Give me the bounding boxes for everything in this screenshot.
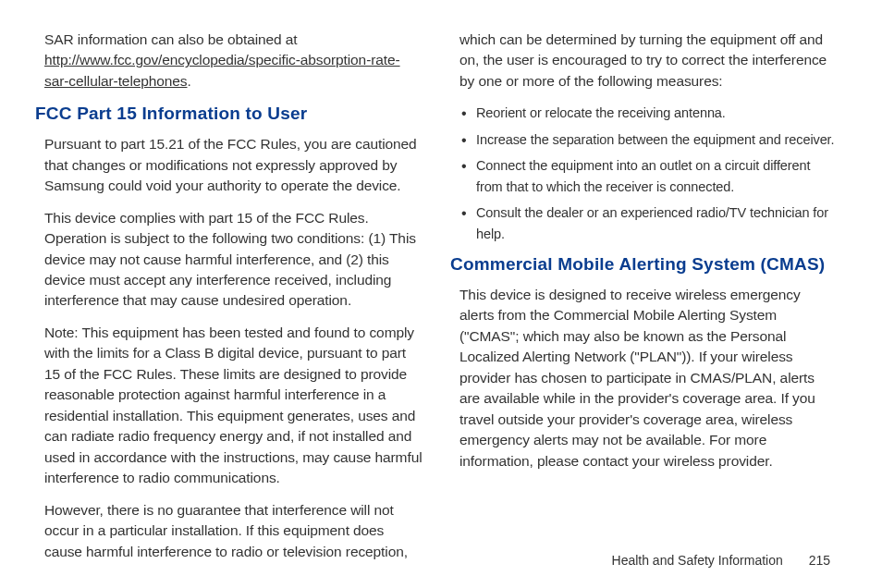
cmas-heading: Commercial Mobile Alerting System (CMAS)	[450, 253, 838, 276]
fcc-part15-heading: FCC Part 15 Information to User	[35, 103, 423, 125]
page-number: 215	[809, 553, 830, 568]
sar-intro-text: SAR information can also be obtained at	[44, 31, 298, 47]
list-item: Connect the equipment into an outlet on …	[459, 155, 838, 197]
fcc-para-3: Note: This equipment has been tested and…	[44, 323, 423, 489]
sar-intro-paragraph: SAR information can also be obtained at …	[44, 30, 423, 92]
right-column: which can be determined by turning the e…	[459, 30, 838, 573]
footer-section-label: Health and Safety Information	[612, 553, 783, 568]
left-column: SAR information can also be obtained at …	[44, 30, 423, 573]
page-footer: Health and Safety Information 215	[612, 553, 830, 568]
page-content: SAR information can also be obtained at …	[0, 0, 882, 588]
sar-intro-suffix: .	[188, 73, 191, 89]
fcc-sar-link[interactable]: http://www.fcc.gov/encyclopedia/specific…	[44, 52, 400, 88]
list-item: Increase the separation between the equi…	[459, 129, 838, 150]
list-item: Reorient or relocate the receiving anten…	[459, 103, 838, 123]
fcc-para-1: Pursuant to part 15.21 of the FCC Rules,…	[44, 134, 423, 196]
fcc-para-2: This device complies with part 15 of the…	[44, 208, 423, 312]
interference-measures-list: Reorient or relocate the receiving anten…	[459, 103, 838, 244]
cmas-paragraph: This device is designed to receive wirel…	[459, 285, 838, 472]
continuation-paragraph: which can be determined by turning the e…	[459, 30, 838, 92]
list-item: Consult the dealer or an experienced rad…	[459, 202, 838, 244]
fcc-para-4: However, there is no guarantee that inte…	[44, 500, 423, 562]
